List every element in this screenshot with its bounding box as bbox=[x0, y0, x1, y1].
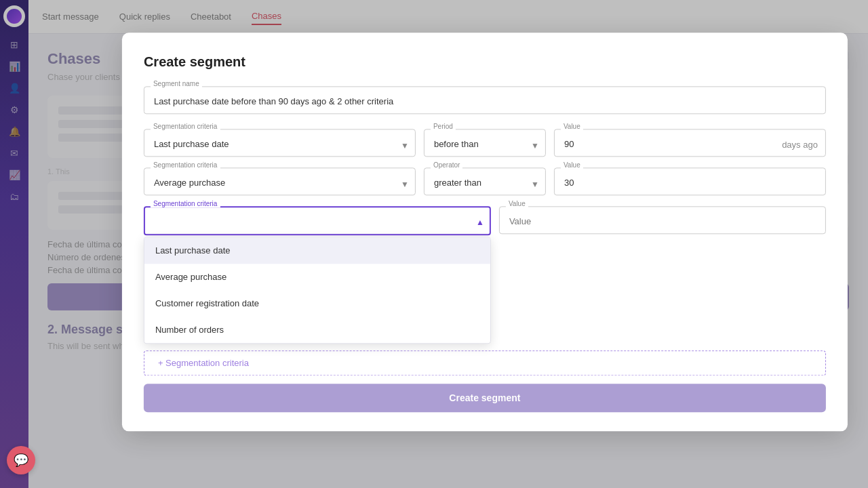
period-1-select[interactable]: before than bbox=[424, 129, 546, 157]
criteria-3-arrow-icon: ▲ bbox=[476, 218, 484, 227]
value-3-input[interactable] bbox=[499, 206, 826, 234]
value-3-label: Value bbox=[506, 200, 528, 207]
period-1-label: Period bbox=[431, 123, 456, 130]
criteria-2-label: Segmentation criteria bbox=[151, 161, 220, 169]
dropdown-item-last-purchase[interactable]: Last purchase date bbox=[144, 237, 490, 264]
criteria-row-2: Segmentation criteria Average purchase ▼… bbox=[144, 167, 826, 195]
value-2-input[interactable] bbox=[554, 167, 826, 195]
criteria-3-label: Segmentation criteria bbox=[151, 200, 220, 207]
criteria-1-select[interactable]: Last purchase date bbox=[144, 129, 416, 157]
add-criteria-button[interactable]: + Segmentation criteria bbox=[144, 350, 826, 375]
criteria-2-select[interactable]: Average purchase bbox=[144, 167, 416, 195]
dropdown-item-num-orders[interactable]: Number of orders bbox=[144, 317, 490, 343]
criteria-1-label: Segmentation criteria bbox=[151, 123, 220, 130]
operator-2-label: Operator bbox=[431, 161, 462, 169]
criteria-row-1: Segmentation criteria Last purchase date… bbox=[144, 129, 826, 157]
criteria-dropdown: Last purchase date Average purchase Cust… bbox=[144, 237, 491, 344]
dropdown-item-registration[interactable]: Customer registration date bbox=[144, 290, 490, 317]
operator-2-select[interactable]: greater than bbox=[424, 167, 546, 195]
criteria-3-input[interactable] bbox=[144, 206, 491, 235]
value-2-label: Value bbox=[561, 161, 583, 169]
value-1-suffix: days ago bbox=[782, 139, 818, 149]
modal-title: Create segment bbox=[144, 54, 826, 70]
chat-icon: 💬 bbox=[14, 453, 28, 468]
create-segment-button[interactable]: Create segment bbox=[144, 384, 826, 412]
chat-button[interactable]: 💬 bbox=[7, 446, 35, 474]
dropdown-item-avg-purchase[interactable]: Average purchase bbox=[144, 264, 490, 290]
create-segment-modal: Create segment Segment name Segmentation… bbox=[122, 33, 848, 431]
criteria-row-3: Segmentation criteria ▲ Last purchase da… bbox=[144, 206, 826, 235]
segment-name-input[interactable] bbox=[144, 86, 826, 114]
value-1-label: Value bbox=[561, 123, 583, 130]
segment-name-label: Segment name bbox=[151, 80, 202, 87]
